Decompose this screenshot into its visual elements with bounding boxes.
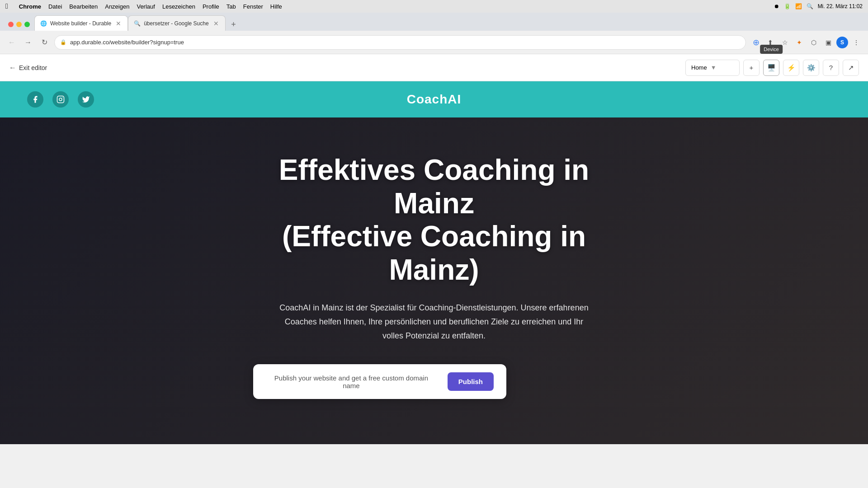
tab-durable[interactable]: 🌐 Website builder - Durable ✕ — [34, 15, 128, 31]
menu-lesezeichen[interactable]: Lesezeichen — [159, 2, 199, 11]
social-icons — [27, 91, 94, 108]
instagram-icon[interactable] — [52, 91, 69, 108]
help-button[interactable]: ? — [823, 60, 839, 76]
address-text: app.durable.co/website/builder?signup=tr… — [70, 39, 740, 46]
settings-button[interactable]: ⚙️ — [803, 60, 819, 76]
tab-favicon-durable: 🌐 — [40, 20, 47, 27]
back-button[interactable]: ← — [5, 36, 18, 49]
close-window-button[interactable] — [8, 22, 14, 27]
external-link-button[interactable]: ↗ — [843, 60, 859, 76]
page-selector[interactable]: Home ▼ — [685, 60, 740, 76]
help-icon: ? — [829, 64, 833, 71]
publish-button[interactable]: Publish — [448, 372, 494, 391]
apple-menu[interactable]:  — [5, 2, 8, 10]
hero-title-line1: Effektives Coaching in Mainz — [279, 154, 589, 220]
minimize-window-button[interactable] — [16, 22, 22, 27]
page-selector-label: Home — [691, 64, 707, 71]
wifi-icon: 📶 — [795, 3, 802, 9]
sidebar-button[interactable]: ▣ — [822, 36, 835, 49]
website-content: CoachAI Effektives Coaching in Mainz (Ef… — [0, 81, 868, 488]
window-controls — [4, 18, 34, 31]
hero-title: Effektives Coaching in Mainz (Effective … — [253, 154, 615, 286]
site-header: CoachAI — [0, 81, 868, 117]
reload-button[interactable]: ↻ — [38, 36, 51, 49]
menu-hilfe[interactable]: Hilfe — [267, 2, 286, 11]
menu-profile[interactable]: Profile — [199, 2, 223, 11]
hero-title-line2: (Effective Coaching in Mainz) — [282, 220, 586, 286]
facebook-icon[interactable] — [27, 91, 43, 108]
page-selector-chevron: ▼ — [711, 64, 717, 71]
datetime: Mi. 22. März 11:02 — [818, 3, 863, 9]
menu-tab[interactable]: Tab — [223, 2, 240, 11]
publish-banner-text: Publish your website and get a free cust… — [266, 374, 437, 389]
tab-label-durable: Website builder - Durable — [50, 20, 111, 27]
svg-point-2 — [62, 97, 63, 98]
device-icon: 🖥️ — [767, 64, 776, 72]
menu-bearbeiten[interactable]: Bearbeiten — [66, 2, 101, 11]
twitter-icon[interactable] — [78, 91, 94, 108]
tab-label-google: übersetzer - Google Suche — [144, 20, 208, 27]
device-button[interactable]: 🖥️ Device — [763, 60, 779, 76]
chrome-icon[interactable]: ⊕ — [750, 36, 762, 49]
tab-bar: 🌐 Website builder - Durable ✕ 🔍 übersetz… — [0, 13, 868, 31]
svg-point-1 — [59, 98, 62, 101]
extensions-button[interactable]: ✦ — [793, 36, 806, 49]
app-name[interactable]: Chrome — [15, 2, 45, 11]
plus-icon: + — [750, 64, 754, 71]
hero-section: Effektives Coaching in Mainz (Effective … — [0, 117, 868, 444]
address-bar[interactable]: 🔒 app.durable.co/website/builder?signup=… — [54, 35, 746, 50]
publish-banner: Publish your website and get a free cust… — [253, 364, 506, 399]
menu-anzeigen[interactable]: Anzeigen — [101, 2, 133, 11]
hero-content: Effektives Coaching in Mainz (Effective … — [253, 154, 615, 399]
new-tab-button[interactable]: + — [227, 18, 240, 31]
menu-fenster[interactable]: Fenster — [240, 2, 267, 11]
browser-window: 🌐 Website builder - Durable ✕ 🔍 übersetz… — [0, 13, 868, 488]
menu-verlauf[interactable]: Verlauf — [133, 2, 158, 11]
site-brand: CoachAI — [407, 92, 462, 107]
svg-rect-0 — [57, 96, 64, 103]
menubar:  Chrome Datei Bearbeiten Anzeigen Verla… — [0, 0, 868, 13]
exit-editor-button[interactable]: ← Exit editor — [9, 64, 47, 72]
lightning-icon: ⚡ — [787, 64, 796, 72]
menu-datei[interactable]: Datei — [45, 2, 66, 11]
search-icon[interactable]: 🔍 — [807, 3, 813, 9]
tab-close-google[interactable]: ✕ — [212, 19, 220, 28]
back-arrow-icon: ← — [9, 64, 16, 72]
extensions2-button[interactable]: ⬡ — [807, 36, 820, 49]
share-button[interactable]: ⬆ — [764, 36, 777, 49]
recording-indicator: ⏺ — [774, 3, 779, 9]
tab-favicon-google: 🔍 — [134, 20, 140, 27]
add-page-button[interactable]: + — [743, 60, 760, 76]
battery-icon: 🔋 — [784, 3, 791, 9]
external-link-icon: ↗ — [848, 64, 854, 72]
more-button[interactable]: ⋮ — [850, 36, 863, 49]
profile-button[interactable]: S — [836, 37, 848, 48]
tab-google[interactable]: 🔍 übersetzer - Google Suche ✕ — [128, 15, 225, 31]
nav-bar: ← → ↻ 🔒 app.durable.co/website/builder?s… — [0, 31, 868, 54]
forward-button[interactable]: → — [22, 36, 34, 49]
security-lock-icon: 🔒 — [60, 39, 66, 45]
lightning-button[interactable]: ⚡ — [783, 60, 799, 76]
bookmark-button[interactable]: ☆ — [778, 36, 791, 49]
settings-gear-icon: ⚙️ — [807, 64, 816, 72]
maximize-window-button[interactable] — [24, 22, 30, 27]
editor-toolbar: ← Exit editor Home ▼ + 🖥️ Device ⚡ ⚙️ ? — [0, 54, 868, 81]
hero-subtitle: CoachAI in Mainz ist der Spezialist für … — [276, 301, 592, 343]
tab-close-durable[interactable]: ✕ — [115, 19, 122, 28]
exit-editor-label: Exit editor — [19, 64, 47, 71]
